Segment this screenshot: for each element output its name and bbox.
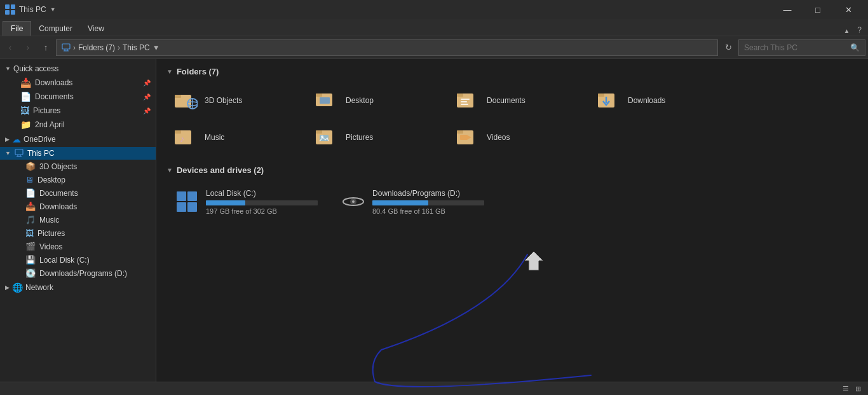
folder-icon-videos xyxy=(455,125,480,150)
sidebar-item-videos[interactable]: 🎬 Videos xyxy=(0,240,156,253)
sidebar-item-downloads-pinned[interactable]: 📥 Downloads 📌 xyxy=(0,76,156,90)
back-button[interactable]: ‹ xyxy=(3,40,18,55)
sidebar-item-pictures[interactable]: 🖼 Pictures xyxy=(0,226,156,240)
drive-item-d[interactable]: Downloads/Programs (D:) 80.4 GB free of … xyxy=(333,181,492,222)
pin-icon-2: 📌 xyxy=(143,94,151,100)
sidebar-item-2ndapril[interactable]: 📁 2nd April xyxy=(0,118,156,132)
folder-item-pictures[interactable]: Pictures xyxy=(308,120,447,155)
april-folder-icon: 📁 xyxy=(20,120,31,130)
folder-item-downloads[interactable]: Downloads xyxy=(590,83,729,118)
svg-point-44 xyxy=(352,200,355,203)
sidebar-section-onedrive[interactable]: ▶ ☁ OneDrive xyxy=(0,132,156,147)
folder-item-documents[interactable]: Documents xyxy=(449,83,588,118)
sidebar-item-localdisk[interactable]: 💾 Local Disk (C:) xyxy=(0,253,156,267)
chevron-drives-icon: ▼ xyxy=(166,167,173,174)
svg-rect-22 xyxy=(461,99,470,100)
tab-file[interactable]: File xyxy=(3,21,31,36)
svg-rect-8 xyxy=(15,149,23,155)
folder-name-desktop: Desktop xyxy=(346,96,374,105)
folder-icon-pictures xyxy=(314,125,339,150)
sidebar-item-music[interactable]: 🎵 Music xyxy=(0,213,156,226)
folder-item-desktop[interactable]: Desktop xyxy=(308,83,447,118)
documents-folder-icon: 📄 xyxy=(20,92,31,102)
folders-section-header[interactable]: ▼ Folders (7) xyxy=(166,67,858,76)
drive-icon-c xyxy=(174,189,200,214)
minimize-button[interactable]: — xyxy=(773,0,802,19)
address-dropdown-icon[interactable]: ▼ xyxy=(153,43,163,52)
svg-rect-2 xyxy=(5,10,10,15)
svg-rect-24 xyxy=(461,104,468,105)
chevron-quickaccess-icon: ▼ xyxy=(5,66,11,72)
sidebar-section-network[interactable]: ▶ 🌐 Network xyxy=(0,280,156,295)
folder-name-music: Music xyxy=(205,133,224,142)
forward-button[interactable]: › xyxy=(20,40,36,55)
desktop-icon: 🖥 xyxy=(25,175,34,184)
folder-icon-desktop xyxy=(314,88,339,113)
pin-icon: 📌 xyxy=(143,80,151,87)
view-icon-list[interactable]: ☰ xyxy=(841,385,851,393)
address-bar[interactable]: › Folders (7) › This PC ▼ xyxy=(56,39,718,56)
sidebar-section-thispc[interactable]: ▼ This PC xyxy=(0,147,156,160)
drive-bar-bg-c xyxy=(206,200,318,205)
svg-text:♪: ♪ xyxy=(180,134,184,144)
svg-rect-32 xyxy=(316,130,322,134)
sidebar-item-3dobjects[interactable]: 📦 3D Objects xyxy=(0,160,156,173)
tab-view[interactable]: View xyxy=(80,22,112,36)
svg-rect-26 xyxy=(598,94,604,97)
drive-info-c: Local Disk (C:) 197 GB free of 302 GB xyxy=(206,189,318,215)
svg-rect-4 xyxy=(62,44,70,49)
svg-rect-39 xyxy=(187,191,197,201)
drives-section-header[interactable]: ▼ Devices and drives (2) xyxy=(166,165,858,175)
tab-computer[interactable]: Computer xyxy=(31,22,80,36)
help-icon[interactable]: ? xyxy=(853,24,865,36)
search-bar[interactable]: 🔍 xyxy=(738,39,865,56)
chevron-onedrive-icon: ▶ xyxy=(5,136,10,142)
svg-rect-41 xyxy=(187,202,197,212)
drive-bar-fill-d xyxy=(372,200,428,205)
sidebar-item-desktop[interactable]: 🖥 Desktop xyxy=(0,173,156,186)
folder-item-videos[interactable]: Videos xyxy=(449,120,588,155)
drive-space-c: 197 GB free of 302 GB xyxy=(206,207,318,215)
doc-icon: 📄 xyxy=(25,188,36,198)
folder-name-documents: Documents xyxy=(487,96,526,105)
music-icon: 🎵 xyxy=(25,215,36,225)
navigation-bar: ‹ › ↑ › Folders (7) › This PC ▼ ↻ 🔍 xyxy=(0,36,868,59)
refresh-button[interactable]: ↻ xyxy=(721,40,736,55)
this-pc-icon xyxy=(15,149,24,158)
sidebar-item-pictures-pinned[interactable]: 🖼 Pictures 📌 xyxy=(0,104,156,118)
title-bar: This PC ▼ — □ ✕ xyxy=(0,0,868,19)
sidebar-item-drivep[interactable]: 💽 Downloads/Programs (D:) xyxy=(0,267,156,280)
sidebar-item-downloads[interactable]: 📥 Downloads xyxy=(0,200,156,213)
breadcrumb-current: This PC xyxy=(123,43,150,52)
up-button[interactable]: ↑ xyxy=(38,40,53,55)
ribbon: File Computer View ▲ ? xyxy=(0,19,868,36)
window-controls: — □ ✕ xyxy=(773,0,863,19)
drive-item-c[interactable]: Local Disk (C:) 197 GB free of 302 GB xyxy=(166,181,325,222)
maximize-button[interactable]: □ xyxy=(803,0,832,19)
ribbon-collapse-icon[interactable]: ▲ xyxy=(839,26,853,36)
drive-info-d: Downloads/Programs (D:) 80.4 GB free of … xyxy=(372,189,484,215)
view-icon-grid[interactable]: ⊞ xyxy=(853,385,863,393)
breadcrumb-thispc[interactable]: Folders (7) xyxy=(78,43,115,52)
folder-item-music[interactable]: ♪ Music xyxy=(166,120,306,155)
title-dropdown-icon[interactable]: ▼ xyxy=(50,6,56,13)
localdisk-icon: 💾 xyxy=(25,255,36,265)
search-input[interactable] xyxy=(744,43,848,52)
sidebar-quickaccess-label: Quick access xyxy=(13,64,58,73)
content-area: ▼ Folders (7) 3D Objects xyxy=(156,59,868,382)
sidebar-item-documents[interactable]: 📄 Documents xyxy=(0,186,156,200)
chevron-thispc-icon: ▼ xyxy=(5,150,11,156)
dl-icon: 📥 xyxy=(25,202,36,211)
svg-rect-1 xyxy=(11,4,15,9)
sidebar-item-documents-pinned[interactable]: 📄 Documents 📌 xyxy=(0,90,156,104)
drive-bar-bg-d xyxy=(372,200,484,205)
pictures-folder-icon: 🖼 xyxy=(20,106,29,116)
folder-name-pictures: Pictures xyxy=(346,133,373,142)
folder-item-3dobjects[interactable]: 3D Objects xyxy=(166,83,306,118)
svg-rect-40 xyxy=(177,202,186,212)
drives-section-title: Devices and drives (2) xyxy=(177,165,264,175)
sidebar-section-quickaccess[interactable]: ▼ Quick access xyxy=(0,62,156,76)
sidebar-thispc-label: This PC xyxy=(27,149,55,158)
close-button[interactable]: ✕ xyxy=(834,0,863,19)
folder-name-videos: Videos xyxy=(487,133,510,142)
